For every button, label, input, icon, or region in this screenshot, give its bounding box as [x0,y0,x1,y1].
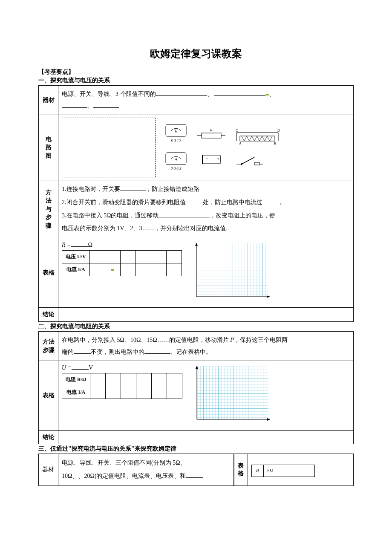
label-circuit: 电 路 图 [39,115,58,180]
circuit-cell: V 0 3 15 A 0 0.6 3 R [58,115,354,180]
method-cell: 1.连接电路时，开关要，防止接错造成短路 2.闭合开关前，滑动变阻器的滑片要移到… [58,180,354,238]
ammeter-icon: A 0 0.6 3 [163,151,189,172]
svg-text:+: + [217,156,219,161]
svg-rect-29 [196,243,268,297]
table-cell-2: U =V 电阻 R/Ω 电流 I/A [58,361,354,430]
section-3-right: 表 格 R5Ω [234,454,354,486]
section-2-table: 方法 步骤 在电路中，分别接入 5Ω、10Ω、15Ω……的定值电阻，移动滑片 P… [38,331,354,445]
method2-cell: 在电路中，分别接入 5Ω、10Ω、15Ω……的定值电阻，移动滑片 P，保持这三个… [58,331,354,361]
svg-text:0 3 15: 0 3 15 [171,138,181,142]
data-table-2: 电阻 R/Ω 电流 I/A [62,373,182,399]
svg-text:A: A [174,156,178,162]
svg-text:V: V [174,128,178,134]
section-3-head: 三、仅通过"探究电流与电压的关系"来探究欧姆定律 [38,445,354,453]
label-table-2: 表格 [39,361,58,430]
svg-text:B: B [274,142,276,145]
svg-text:−: − [206,156,208,161]
label-method: 方 法 与 步 骤 [39,180,58,238]
data-table-3: R5Ω [251,465,315,477]
section-3-left: 器材 电源、导线、开关、三个阻值不同(分别为 5Ω、 10Ω、、20Ω)的定值电… [38,454,234,486]
label-table: 表格 [39,238,58,308]
equipment-cell: 电源、开关、导线、3 个阻值不同的、 、 、 [58,86,354,115]
battery-icon: − + [196,151,226,168]
svg-line-25 [242,157,254,164]
section-2-head: 二、探究电流与电阻的关系 [38,323,354,330]
table-cell-1: R =Ω 电压 U/V 电流 I/A [58,238,354,308]
rheostat-icon: CD AB [234,128,281,145]
svg-text:R: R [210,128,213,132]
exam-head: 【考基要点】 [38,68,354,76]
svg-text:D: D [277,129,280,133]
resistor-icon: R [196,127,226,144]
circuit-placeholder [62,118,156,177]
section-1-table: 器材 电源、开关、导线、3 个阻值不同的、 、 、 电 路 图 V 0 3 15 [38,85,354,322]
voltmeter-icon: V 0 3 15 [163,123,189,144]
label-method2: 方法 步骤 [39,331,58,361]
grid-chart-icon [188,241,273,305]
label-conclusion-2: 结论 [39,430,58,444]
svg-text:A: A [239,142,242,145]
marker-icon [111,269,114,271]
grid-chart-icon-2 [188,364,274,428]
label-equipment: 器材 [39,86,58,115]
label-equipment-3: 器材 [39,454,58,486]
data-table-1: 电压 U/V 电流 I/A [62,250,182,276]
conclusion-cell-2 [58,430,354,444]
equipment-cell-3: 电源、导线、开关、三个阻值不同(分别为 5Ω、 10Ω、、20Ω)的定值电阻、电… [58,454,234,486]
page-title: 欧姆定律复习课教案 [38,47,354,61]
switch-icon [234,152,264,167]
svg-rect-26 [254,162,259,165]
svg-rect-31 [197,366,268,419]
svg-text:C: C [236,129,238,133]
label-conclusion: 结论 [39,308,58,322]
conclusion-cell-1 [58,308,354,322]
svg-text:0 0.6 3: 0 0.6 3 [171,166,182,171]
svg-rect-6 [202,133,221,138]
section-1-head: 一、探究电流与电压的关系 [38,77,354,84]
marker-icon [265,94,269,95]
label-table-3: 表 格 [234,454,248,486]
